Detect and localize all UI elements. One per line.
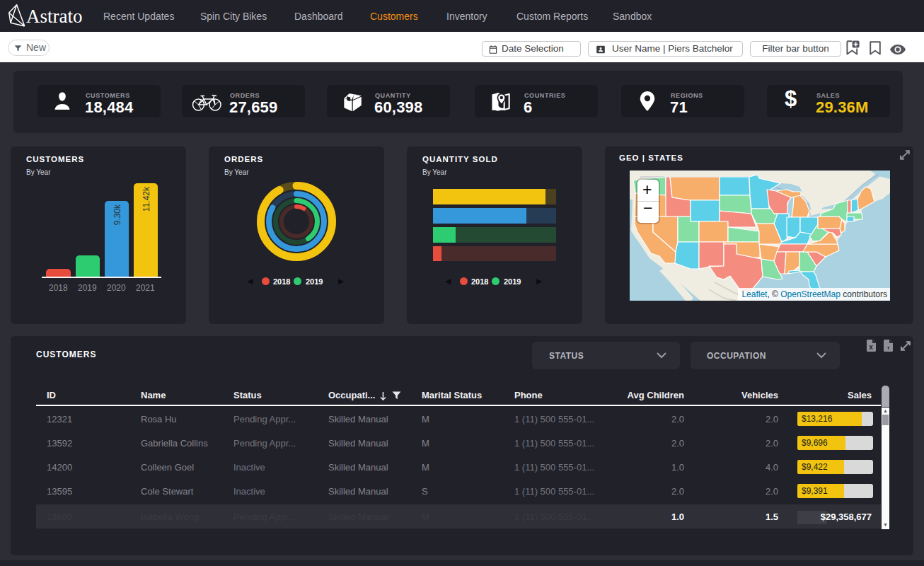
svg-text:,: , <box>887 340 890 350</box>
svg-text:x: x <box>869 343 873 351</box>
